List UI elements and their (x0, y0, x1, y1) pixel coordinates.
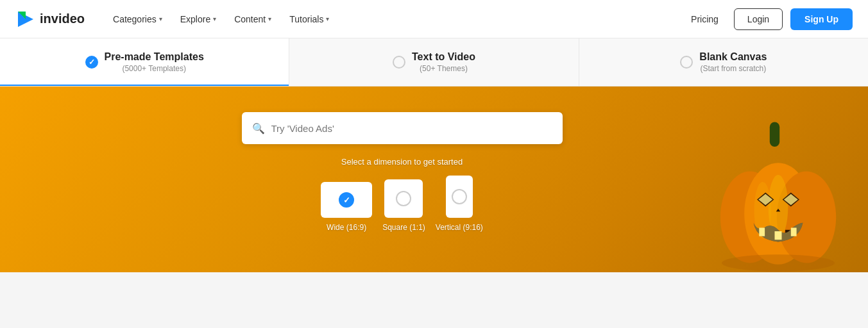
dim-box-square (384, 179, 423, 218)
chevron-down-icon: ▾ (213, 15, 216, 22)
search-input[interactable] (271, 123, 552, 134)
search-bar[interactable]: 🔍 (242, 112, 563, 144)
tab-premade-subtitle: (5000+ Templates) (105, 64, 204, 73)
hero-content: 🔍 Select a dimension to get started ✓ Wi… (0, 112, 868, 232)
tabs-section: Pre-made Templates (5000+ Templates) Tex… (0, 38, 868, 86)
tab-premade-title: Pre-made Templates (105, 51, 204, 63)
dim-box-wide: ✓ (321, 182, 372, 218)
logo[interactable]: invideo (15, 9, 85, 29)
signup-button[interactable]: Sign Up (790, 8, 853, 30)
tab-blank-canvas-subtitle: (Start from scratch) (699, 64, 767, 73)
dim-check-square (396, 191, 411, 206)
tab-blank-canvas-title: Blank Canvas (699, 51, 767, 63)
nav-links: Categories ▾ Explore ▾ Content ▾ Tutoria… (105, 9, 683, 29)
tab-text-to-video-radio (393, 56, 405, 69)
login-button[interactable]: Login (734, 8, 783, 30)
dimension-vertical[interactable]: Vertical (9:16) (436, 176, 483, 232)
nav-categories[interactable]: Categories ▾ (105, 9, 170, 29)
dimension-square[interactable]: Square (1:1) (382, 179, 425, 232)
chevron-down-icon: ▾ (326, 15, 329, 22)
hero-section: 🔍 Select a dimension to get started ✓ Wi… (0, 86, 868, 272)
nav-right: Pricing Login Sign Up (683, 8, 853, 30)
logo-text: invideo (40, 12, 85, 26)
search-icon: 🔍 (252, 122, 265, 135)
nav-tutorials[interactable]: Tutorials ▾ (282, 9, 337, 29)
tab-premade-radio (85, 56, 98, 69)
logo-icon (15, 9, 36, 29)
tab-premade[interactable]: Pre-made Templates (5000+ Templates) (0, 38, 289, 86)
dim-label-square: Square (1:1) (382, 223, 425, 232)
navbar: invideo Categories ▾ Explore ▾ Content ▾… (0, 0, 868, 38)
dimension-wide[interactable]: ✓ Wide (16:9) (321, 182, 372, 232)
tab-blank-canvas-radio (680, 56, 693, 69)
nav-explore[interactable]: Explore ▾ (173, 9, 224, 29)
dimension-label: Select a dimension to get started (341, 157, 463, 167)
dim-label-vertical: Vertical (9:16) (436, 223, 483, 232)
dim-check-wide: ✓ (339, 192, 354, 208)
tab-text-to-video-title: Text to Video (412, 51, 475, 63)
tab-text-to-video-subtitle: (50+ Themes) (412, 64, 475, 73)
pricing-link[interactable]: Pricing (683, 9, 726, 29)
tab-text-to-video[interactable]: Text to Video (50+ Themes) (289, 38, 579, 86)
dim-check-vertical (452, 189, 467, 204)
dim-label-wide: Wide (16:9) (327, 223, 366, 232)
chevron-down-icon: ▾ (159, 15, 162, 22)
svg-point-19 (722, 254, 835, 271)
dimension-options: ✓ Wide (16:9) Square (1:1) Vertical (9:1… (321, 176, 483, 232)
tab-blank-canvas[interactable]: Blank Canvas (Start from scratch) (579, 38, 868, 86)
chevron-down-icon: ▾ (268, 15, 271, 22)
nav-content[interactable]: Content ▾ (226, 9, 279, 29)
dim-box-vertical (446, 176, 473, 218)
